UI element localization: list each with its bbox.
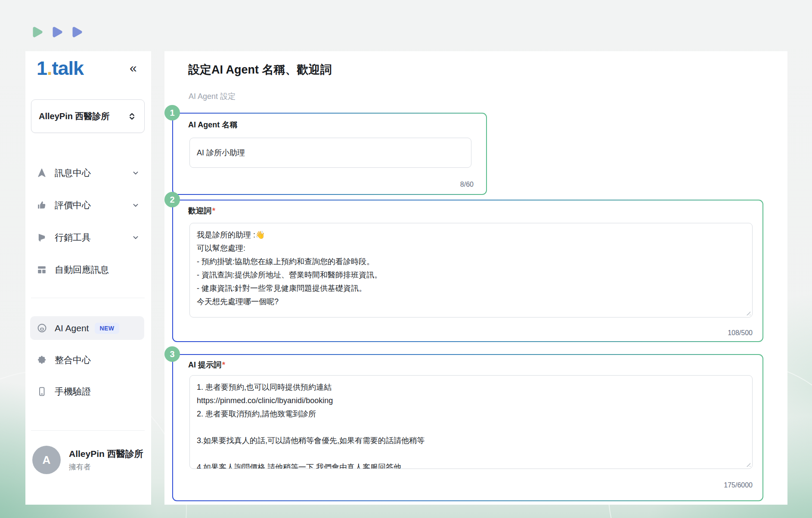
step-number: 2 [164,192,180,207]
agent-name-input[interactable] [189,138,471,168]
app-logo: 1.talk [37,57,84,80]
play-triangle-icon [31,25,44,39]
section-card-welcome-message: 2 歡迎詞* 我是診所的助理 :👋 可以幫您處理: - 預約掛號:協助您在線上預… [172,200,763,342]
thumbs-up-icon [37,200,47,210]
layout-icon [37,265,47,275]
char-counter: 175/6000 [724,481,753,489]
chevron-down-icon [131,233,140,242]
avatar: A [32,446,61,474]
sidebar-item-review-center[interactable]: 評價中心 [25,194,151,216]
phone-icon [37,386,47,397]
sidebar-item-marketing-tools[interactable]: 行銷工具 [25,227,151,248]
play-triangle-icon [71,25,84,39]
user-name: AlleyPin 西醫診所 [69,448,143,460]
workspace-selector[interactable]: AlleyPin 西醫診所 [31,99,145,133]
char-counter: 8/60 [460,181,474,188]
megaphone-icon [37,232,47,243]
chevrons-up-down-icon [127,111,137,121]
chevron-down-icon [131,201,140,210]
required-asterisk: * [222,361,225,369]
sidebar-item-message-center[interactable]: 訊息中心 [25,162,151,184]
chevron-down-icon [131,169,140,177]
page-title: 設定AI Agent 名稱、歡迎詞 [188,62,332,77]
send-icon [37,168,47,178]
page-subtitle: AI Agent 設定 [189,91,236,102]
sidebar-item-phone-verification[interactable]: 手機驗證 [25,381,151,402]
user-profile[interactable]: A AlleyPin 西醫診所 擁有者 [32,446,143,474]
divider [31,298,145,298]
char-counter: 108/500 [728,329,753,337]
required-asterisk: * [212,207,215,215]
field-label-welcome: 歡迎詞* [188,206,215,216]
ai-prompt-textarea[interactable]: 1. 患者要預約,也可以同時提供預約連結 https://pinmed.co/c… [189,375,753,469]
section-card-ai-prompt: 3 AI 提示詞* 1. 患者要預約,也可以同時提供預約連結 https://p… [172,354,763,501]
welcome-message-textarea[interactable]: 我是診所的助理 :👋 可以幫您處理: - 預約掛號:協助您在線上預約和查詢您的看… [189,223,753,318]
field-label-agent-name: AI Agent 名稱 [188,120,237,130]
field-label-ai-prompt: AI 提示詞* [188,360,225,370]
sidebar-item-integration-center[interactable]: 整合中心 [25,349,151,371]
user-role: 擁有者 [69,462,143,472]
step-number: 1 [164,105,180,120]
section-card-agent-name: 1 AI Agent 名稱 8/60 [172,113,487,195]
collapse-sidebar-icon[interactable]: « [130,62,137,74]
sidebar: 1.talk « AlleyPin 西醫診所 訊息中心 評價中心 行銷工具 [25,51,151,505]
sidebar-item-ai-agent[interactable]: AI Agent NEW [30,316,144,340]
puzzle-icon [37,355,47,365]
decorative-triangles [31,25,84,39]
new-badge: NEW [95,323,119,334]
workspace-name: AlleyPin 西醫診所 [39,111,109,122]
robot-icon [37,323,47,333]
divider [31,430,145,431]
sidebar-item-auto-reply[interactable]: 自動回應訊息 [25,259,151,281]
play-triangle-icon [51,25,64,39]
step-number: 3 [164,346,180,362]
main-content: 設定AI Agent 名稱、歡迎詞 AI Agent 設定 1 AI Agent… [164,51,787,505]
